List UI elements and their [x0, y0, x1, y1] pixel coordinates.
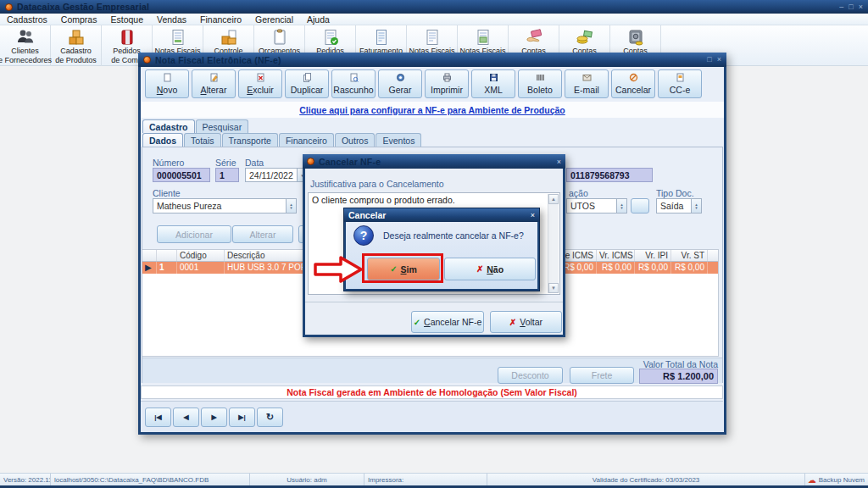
minimize-icon[interactable]: –	[839, 3, 843, 11]
tab-transporte[interactable]: Transporte	[222, 133, 278, 147]
spinner-icon[interactable]: ▴▾	[616, 199, 626, 213]
tab-totais[interactable]: Totais	[184, 133, 220, 147]
gerar-button[interactable]: Gerar	[378, 69, 422, 98]
question-icon: ?	[353, 225, 374, 246]
grid-header-vr-st[interactable]: Vr. ST	[671, 250, 708, 261]
data-field[interactable]: 24/11/2022 ▾	[245, 168, 308, 182]
envelope-icon	[582, 73, 592, 84]
grid-header-vr-ipi[interactable]: Vr. IPI	[635, 250, 671, 261]
justification-text: O cliente comprou o produto errado.	[312, 195, 455, 205]
valor-total-field: R$ 1.200,00	[639, 369, 718, 384]
red-book-icon	[118, 27, 136, 47]
cancelar-button[interactable]: Cancelar	[611, 69, 655, 98]
toolbar-button-clientes-fornecedores[interactable]: Clientes e Fornecedores	[0, 25, 51, 66]
generate-icon	[396, 73, 405, 84]
tab-outros[interactable]: Outros	[335, 133, 376, 147]
nfe-close-icon[interactable]: ×	[717, 56, 721, 64]
excluir-button[interactable]: Excluir	[238, 69, 282, 98]
status-database-path: localhost/3050:C:\Datacaixa_FAQ\BD\BANCO…	[51, 474, 250, 485]
menu-vendas[interactable]: Vendas	[150, 14, 193, 25]
boleto-button[interactable]: Boleto	[518, 69, 562, 98]
nav-prev-button[interactable]: ◀	[173, 408, 199, 427]
email-button[interactable]: E-mail	[565, 69, 609, 98]
novo-button[interactable]: Novo	[145, 69, 189, 98]
configure-production-link[interactable]: Clique aqui para configurar a NF-e para …	[299, 105, 565, 115]
nav-first-button[interactable]: |◀	[145, 408, 171, 427]
cce-button[interactable]: CC-e	[658, 69, 702, 98]
status-backup[interactable]: Backup Nuvem	[819, 476, 865, 484]
nfe-window-title: Nota Fiscal Eletrônica (NF-e)	[155, 55, 281, 65]
menu-compras[interactable]: Compras	[54, 14, 104, 25]
dialog-logo-icon	[307, 158, 314, 165]
floppy-disk-icon	[489, 73, 498, 84]
cliente-value: Matheus Pureza	[153, 201, 286, 211]
tab-eventos[interactable]: Eventos	[376, 133, 421, 147]
grid-header-vr-icms[interactable]: Vr. ICMS	[597, 250, 635, 261]
scroll-down-icon[interactable]: ▼	[548, 283, 559, 293]
grid-header-filler	[708, 250, 718, 261]
spinner-icon[interactable]: ▴▾	[286, 199, 296, 213]
imprimir-button[interactable]: Imprimir	[425, 69, 469, 98]
button-label: Boleto	[527, 85, 553, 95]
tab-financeiro[interactable]: Financeiro	[279, 133, 334, 147]
confirm-dialog-title: Cancelar	[348, 210, 386, 220]
data-label: Data	[245, 158, 264, 168]
serie-field[interactable]: 1	[215, 168, 239, 182]
menu-gerencial[interactable]: Gerencial	[248, 14, 300, 25]
nav-last-button[interactable]: ▶|	[229, 408, 255, 427]
close-icon[interactable]: ×	[859, 3, 863, 11]
row-vr-icms: R$ 0,00	[597, 262, 635, 274]
restore-icon[interactable]: □	[849, 3, 853, 11]
frete-button[interactable]: Frete	[570, 367, 634, 384]
menu-financeiro[interactable]: Financeiro	[193, 14, 248, 25]
app-titlebar: Datacaixa Gestão Empresarial – □ ×	[0, 0, 868, 14]
scroll-up-icon[interactable]: ▲	[548, 194, 559, 204]
main-tabs: Cadastro Pesquisar	[142, 119, 249, 133]
adicionar-item-button[interactable]: Adicionar	[157, 225, 231, 243]
totals-bar: Desconto Frete Valor Total da Nota R$ 1.…	[142, 358, 722, 383]
close-icon[interactable]: ×	[557, 158, 561, 166]
grid-header-num	[157, 250, 177, 261]
cliente-combo[interactable]: Matheus Pureza ▴▾	[153, 198, 297, 214]
scrollbar[interactable]: ▲ ▼	[548, 194, 559, 293]
alterar-button[interactable]: Alterar	[192, 69, 236, 98]
menu-ajuda[interactable]: Ajuda	[300, 14, 337, 25]
tab-pesquisar[interactable]: Pesquisar	[196, 119, 249, 133]
menu-estoque[interactable]: Estoque	[103, 14, 150, 25]
link-row: Clique aqui para configurar a NF-e para …	[141, 102, 724, 118]
cancel-dialog-buttonbar: ✓ Cancelar NF-e ✗ Voltar	[305, 302, 563, 335]
numero-field[interactable]: 000005501	[153, 168, 210, 182]
grid-header-codigo[interactable]: Código	[177, 250, 225, 261]
toolbar-label: de Produtos	[55, 56, 97, 65]
invoice-service-icon	[474, 27, 492, 47]
stock-boxes-icon	[220, 27, 238, 47]
tab-cadastro[interactable]: Cadastro	[142, 119, 195, 133]
nao-button[interactable]: ✗ Não	[444, 258, 536, 280]
confirm-message: Deseja realmente cancelar a NF-e?	[383, 230, 524, 241]
confirm-cancel-nfe-button[interactable]: ✓ Cancelar NF-e	[411, 311, 484, 333]
operacao-lookup-button[interactable]	[631, 198, 649, 214]
desconto-button[interactable]: Desconto	[498, 367, 563, 384]
tab-dados[interactable]: Dados	[142, 133, 183, 147]
tipo-doc-combo[interactable]: Saída ▴▾	[656, 198, 702, 214]
rascunho-button[interactable]: Rascunho	[331, 69, 376, 98]
toolbar-button-cadastro-produtos[interactable]: Cadastro de Produtos	[51, 25, 102, 66]
spinner-icon[interactable]: ▴▾	[691, 199, 701, 213]
close-icon[interactable]: ×	[531, 211, 535, 219]
nfe-restore-icon[interactable]: □	[707, 56, 711, 64]
xml-button[interactable]: XML	[471, 69, 515, 98]
nav-next-button[interactable]: ▶	[201, 408, 227, 427]
chave-acesso-field[interactable]: 011879568793	[566, 168, 653, 182]
button-label: Cancelar	[615, 85, 651, 95]
operacao-combo[interactable]: UTOS ▴▾	[566, 198, 627, 214]
duplicar-button[interactable]: Duplicar	[285, 69, 329, 98]
toolbar-label: Clientes	[11, 47, 39, 56]
hand-payment-icon	[525, 27, 543, 47]
button-label: Gerar	[389, 85, 412, 95]
record-navbar: |◀ ◀ ▶ ▶| ↻	[141, 401, 723, 432]
alterar-item-button[interactable]: Alterar	[232, 225, 293, 243]
voltar-button[interactable]: ✗ Voltar	[490, 311, 562, 333]
delete-doc-icon	[256, 73, 265, 84]
nav-refresh-button[interactable]: ↻	[257, 408, 283, 427]
menu-cadastros[interactable]: Cadastros	[0, 14, 54, 25]
